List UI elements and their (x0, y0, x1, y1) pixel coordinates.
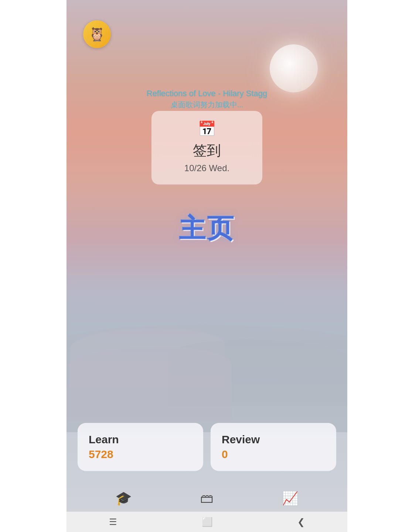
review-label: Review (222, 433, 325, 446)
back-button[interactable]: ❮ (294, 513, 308, 531)
checkin-title: 签到 (163, 141, 251, 160)
hill-1 (66, 325, 347, 436)
app-logo[interactable]: 🦉 (83, 20, 111, 48)
system-nav: ☰ ⬜ ❮ (66, 512, 347, 532)
nav-learn[interactable]: 🎓 (108, 487, 139, 510)
review-count: 0 (222, 448, 325, 461)
page-title: 主页 (179, 213, 235, 243)
chart-icon: 📈 (282, 491, 299, 506)
side-left (0, 0, 66, 532)
checkin-icon: 📅 (163, 120, 251, 138)
song-loading: 桌面歌词努力加载中... (66, 100, 347, 110)
menu-button[interactable]: ☰ (105, 513, 121, 531)
side-right (347, 0, 399, 532)
review-card[interactable]: Review 0 (211, 423, 336, 471)
learn-count: 5728 (89, 448, 192, 461)
cards-icon: 🗃 (200, 491, 214, 506)
nav-stats[interactable]: 📈 (274, 487, 306, 510)
graduation-icon: 🎓 (115, 491, 132, 506)
checkin-date: 10/26 Wed. (163, 163, 251, 173)
nav-cards[interactable]: 🗃 (193, 487, 221, 510)
action-cards: Learn 5728 Review 0 (66, 423, 347, 471)
bottom-nav: 🎓 🗃 📈 (66, 487, 347, 510)
learn-label: Learn (89, 433, 192, 446)
page-title-container: 主页 (179, 211, 235, 246)
moon-decoration (270, 44, 318, 92)
learn-card[interactable]: Learn 5728 (78, 423, 203, 471)
song-info: Reflections of Love - Hilary Stagg 桌面歌词努… (66, 89, 347, 110)
owl-icon: 🦉 (89, 28, 105, 41)
home-button[interactable]: ⬜ (198, 513, 216, 531)
song-title: Reflections of Love - Hilary Stagg (66, 89, 347, 98)
checkin-card[interactable]: 📅 签到 10/26 Wed. (151, 111, 262, 184)
hills-decoration (66, 288, 347, 436)
screen: 🦉 Reflections of Love - Hilary Stagg 桌面歌… (66, 0, 347, 532)
